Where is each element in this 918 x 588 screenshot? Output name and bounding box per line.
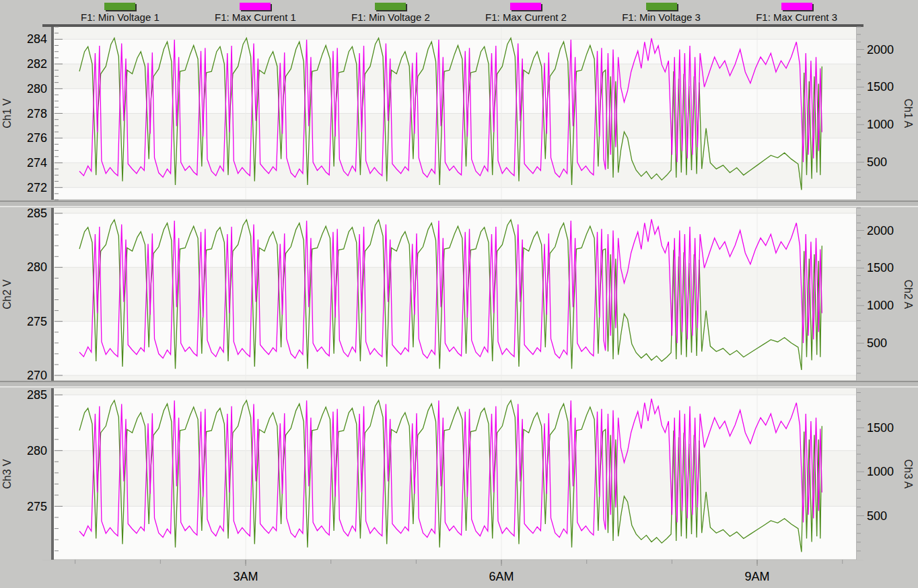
plot-band [54,388,856,395]
legend-item-min-voltage-1[interactable]: F1: Min Voltage 1 [81,0,160,24]
plot-band [54,27,856,39]
chart-ch3: 27528028550010001500Ch3 VCh3 A [0,388,918,560]
v-axis-title: Ch3 V [1,459,13,489]
v-axis-title: Ch1 V [1,98,13,128]
v-axis-tick-label: 284 [27,32,47,46]
a-axis-tick-label: 2000 [867,224,894,237]
a-axis-tick-label: 1000 [867,118,894,131]
legend-swatch-green-2 [375,3,406,10]
daq-chart-window: F1: Min Voltage 1 F1: Max Current 1 F1: … [0,0,918,588]
plot-band [54,208,856,213]
time-axis: 3AM6AM9AM [0,560,918,588]
legend-swatch-magenta-1 [240,3,271,10]
frame-left [51,388,54,560]
a-axis-tick-label: 500 [867,155,887,169]
legend-item-max-current-1[interactable]: F1: Max Current 1 [215,0,296,24]
legend-item-min-voltage-3[interactable]: F1: Min Voltage 3 [622,0,701,24]
a-axis-tick-label: 1500 [867,421,894,435]
v-axis-tick-label: 285 [27,388,47,402]
legend-label: F1: Max Current 3 [756,11,837,23]
v-axis-tick-label: 276 [27,131,47,145]
a-axis-title: Ch3 A [903,460,914,489]
v-axis-tick-label: 272 [27,181,47,194]
v-axis-tick-label: 275 [27,500,47,513]
time-axis-label: 3AM [234,570,258,583]
plot-band [54,267,856,321]
chart-ch1: 272274276278280282284500100015002000Ch1 … [0,24,918,200]
a-axis-tick-label: 500 [867,509,887,523]
legend-swatch-magenta-3 [781,3,812,10]
v-axis-tick-label: 285 [27,207,47,220]
legend-bar: F1: Min Voltage 1 F1: Max Current 1 F1: … [0,0,918,24]
a-axis-tick-label: 1000 [867,465,894,478]
plot-band [54,375,856,381]
legend-item-max-current-3[interactable]: F1: Max Current 3 [756,0,837,24]
a-axis-title: Ch2 A [903,280,914,309]
a-axis-tick-label: 1500 [867,80,894,94]
v-axis-tick-label: 270 [27,369,47,381]
legend-label: F1: Min Voltage 2 [351,11,430,23]
v-axis-tick-label: 282 [27,57,47,71]
v-axis-tick-label: 275 [27,315,47,328]
legend-label: F1: Max Current 2 [485,11,567,23]
a-axis-title: Ch1 A [903,99,914,128]
legend-label: F1: Max Current 1 [215,11,296,23]
a-axis-tick-label: 2000 [867,43,894,57]
legend-item-min-voltage-2[interactable]: F1: Min Voltage 2 [351,0,430,24]
chart-separator-1[interactable] [0,200,918,207]
frame-top [42,24,863,27]
a-axis-tick-label: 500 [867,336,887,350]
v-axis-tick-label: 280 [27,260,47,274]
v-axis-title: Ch2 V [1,279,13,309]
v-axis-tick-label: 280 [27,82,47,96]
time-axis-label: 9AM [745,570,770,583]
legend-item-max-current-2[interactable]: F1: Max Current 2 [485,0,567,24]
a-axis-tick-label: 1000 [867,299,894,312]
chart-ch2: 270275280285500100015002000Ch2 VCh2 A [0,207,918,381]
v-axis-tick-label: 280 [27,444,47,457]
v-axis-tick-label: 278 [27,107,47,120]
legend-swatch-green-1 [104,3,135,10]
a-axis-tick-label: 1500 [867,261,894,274]
legend-label: F1: Min Voltage 3 [622,11,701,23]
plot-band [54,64,856,89]
plot-band [54,163,856,188]
time-axis-label: 6AM [489,570,514,583]
v-axis-tick-label: 274 [27,156,47,170]
legend-label: F1: Min Voltage 1 [81,11,160,23]
legend-swatch-green-3 [646,3,677,10]
legend-swatch-magenta-2 [510,3,541,10]
frame-left [51,208,54,381]
chart-separator-2[interactable] [0,381,918,388]
frame-left [51,27,54,200]
